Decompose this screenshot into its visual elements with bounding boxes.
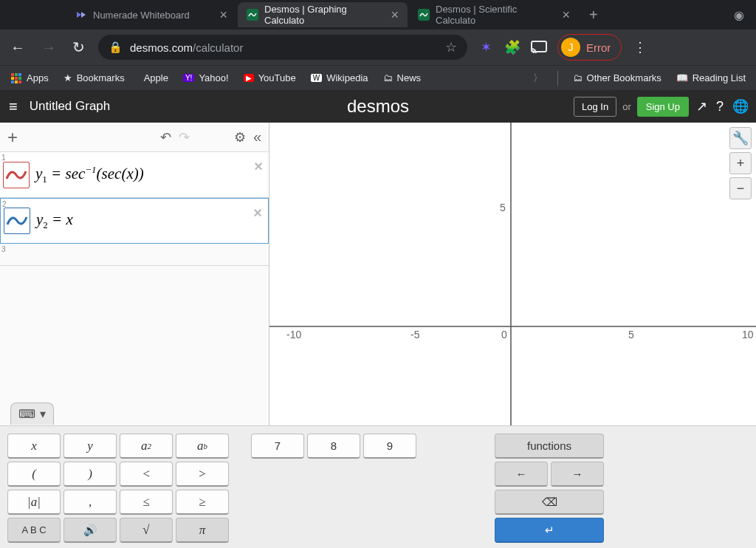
key-≥[interactable]: ≥ bbox=[176, 490, 229, 515]
key-8[interactable]: 8 bbox=[307, 434, 360, 459]
zoom-in-button[interactable]: + bbox=[729, 152, 752, 174]
close-icon[interactable]: × bbox=[219, 7, 227, 23]
keyboard-section-vars: xya2ab()<>|a|,≤≥A B C🔊√π bbox=[7, 434, 229, 541]
share-icon[interactable]: ↗ bbox=[695, 97, 709, 116]
app-main: + ↶ ↷ ⚙ « 1 y1 = sec−1(sec(x)) × 2 y2 = … bbox=[0, 123, 756, 425]
signup-button[interactable]: Sign Up bbox=[637, 97, 689, 117]
desmos-favicon bbox=[418, 9, 430, 21]
svg-rect-7 bbox=[18, 73, 21, 76]
bookmark-bookmarks[interactable]: ★ Bookmarks bbox=[63, 72, 125, 83]
new-tab-button[interactable]: + bbox=[580, 7, 607, 24]
tab-numerade[interactable]: Numerade Whiteboard × bbox=[66, 2, 236, 27]
bookmark-yahoo[interactable]: Y! Yahoo! bbox=[183, 72, 229, 83]
bookmarks-bar: Apps ★ Bookmarks Apple Y! Yahoo! ▶ YouTu… bbox=[0, 65, 756, 90]
tab-title: Desmos | Graphing Calculato bbox=[264, 4, 385, 26]
key-7[interactable]: 7 bbox=[251, 434, 304, 459]
wikipedia-icon: W bbox=[311, 74, 322, 82]
apps-button[interactable]: Apps bbox=[10, 72, 49, 84]
expr-color-icon[interactable] bbox=[3, 162, 30, 188]
bookmark-apple[interactable]: Apple bbox=[140, 72, 168, 83]
delete-expression-icon[interactable]: × bbox=[254, 158, 263, 175]
key-√[interactable]: √ bbox=[120, 518, 173, 543]
key-≤[interactable]: ≤ bbox=[120, 490, 173, 515]
bookmarks-overflow-icon[interactable]: 〉 bbox=[533, 72, 543, 85]
bookmark-wikipedia[interactable]: W Wikipedia bbox=[311, 72, 368, 83]
tab-desmos-scientific[interactable]: Desmos | Scientific Calculato × bbox=[409, 2, 579, 27]
reload-button[interactable]: ↻ bbox=[69, 35, 88, 59]
key-🔊[interactable]: 🔊 bbox=[63, 518, 117, 543]
expr-index: 1 bbox=[1, 154, 6, 162]
close-icon[interactable]: × bbox=[391, 7, 399, 23]
add-expression-button[interactable]: + bbox=[7, 127, 18, 148]
svg-rect-5 bbox=[11, 73, 14, 76]
cast-icon[interactable] bbox=[531, 39, 547, 55]
wrench-icon[interactable]: 🔧 bbox=[729, 127, 752, 149]
key-a²[interactable]: a2 bbox=[120, 434, 173, 459]
key-|a|[interactable]: |a| bbox=[7, 490, 61, 515]
collapse-panel-icon[interactable]: « bbox=[253, 129, 261, 145]
key-9[interactable]: 9 bbox=[363, 434, 416, 459]
extensions-icon[interactable]: 🧩 bbox=[504, 39, 520, 55]
close-icon[interactable]: × bbox=[562, 7, 570, 23]
tab-desmos-graphing[interactable]: Desmos | Graphing Calculato × bbox=[238, 2, 408, 27]
key-<[interactable]: < bbox=[120, 462, 173, 487]
backspace-key[interactable]: ⌫ bbox=[495, 490, 604, 515]
key->[interactable]: > bbox=[176, 462, 229, 487]
language-icon[interactable]: 🌐 bbox=[731, 97, 750, 116]
other-bookmarks[interactable]: 🗂 Other Bookmarks bbox=[573, 72, 662, 83]
key-y[interactable]: y bbox=[63, 434, 117, 459]
account-icon[interactable]: ◉ bbox=[734, 8, 744, 22]
key-x[interactable]: x bbox=[7, 434, 61, 459]
browser-toolbar: ← → ↻ 🔒 desmos.com/calculator ☆ ✶ 🧩 J Er… bbox=[0, 30, 756, 65]
expression-row[interactable]: 1 y1 = sec−1(sec(x)) × bbox=[0, 152, 269, 198]
yahoo-icon: Y! bbox=[183, 74, 194, 82]
keyboard-icon: ⌨ bbox=[18, 407, 35, 421]
functions-button[interactable]: functions bbox=[495, 434, 604, 459]
forward-button[interactable]: → bbox=[38, 36, 59, 59]
bookmark-youtube[interactable]: ▶ YouTube bbox=[244, 72, 296, 83]
key-π[interactable]: π bbox=[176, 518, 229, 543]
key-aᵇ[interactable]: ab bbox=[176, 434, 229, 459]
expr-color-icon[interactable] bbox=[4, 208, 30, 234]
origin-label: 0 bbox=[501, 329, 507, 340]
key-)[interactable]: ) bbox=[63, 462, 117, 487]
tick-label: 5 bbox=[628, 329, 634, 340]
key-A B C[interactable]: A B C bbox=[7, 518, 61, 543]
key-,[interactable]: , bbox=[63, 490, 117, 515]
error-label: Error bbox=[586, 41, 611, 54]
keyboard-toggle[interactable]: ⌨ ▾ bbox=[10, 403, 54, 425]
undo-button[interactable]: ↶ bbox=[160, 129, 171, 145]
lock-icon: 🔒 bbox=[109, 41, 123, 54]
enter-key[interactable]: ↵ bbox=[495, 518, 604, 543]
help-icon[interactable]: ? bbox=[715, 97, 725, 116]
key-([interactable]: ( bbox=[7, 462, 61, 487]
desmos-favicon bbox=[247, 9, 258, 21]
expression-text[interactable]: y2 = x bbox=[30, 210, 79, 231]
arrow-left-key[interactable]: ← bbox=[495, 462, 548, 487]
extension-icon[interactable]: ✶ bbox=[478, 39, 494, 55]
bookmark-star-icon[interactable]: ☆ bbox=[445, 39, 457, 55]
menu-icon[interactable]: ≡ bbox=[6, 95, 21, 118]
back-button[interactable]: ← bbox=[7, 36, 28, 59]
menu-icon[interactable]: ⋮ bbox=[632, 39, 648, 55]
reading-list[interactable]: 📖 Reading List bbox=[676, 72, 746, 83]
graph-area[interactable]: -10 -5 0 5 10 5 🔧 + − bbox=[269, 123, 756, 425]
svg-rect-10 bbox=[18, 77, 21, 80]
arrow-right-key[interactable]: → bbox=[551, 462, 604, 487]
settings-icon[interactable]: ⚙ bbox=[234, 129, 246, 145]
tab-title: Desmos | Scientific Calculato bbox=[436, 4, 556, 26]
tick-label: 5 bbox=[500, 202, 506, 213]
delete-expression-icon[interactable]: × bbox=[253, 205, 262, 222]
expression-row[interactable]: 2 y2 = x × bbox=[0, 198, 269, 244]
graph-title[interactable]: Untitled Graph bbox=[30, 99, 111, 114]
tick-label: -10 bbox=[286, 329, 301, 340]
profile-error-badge[interactable]: J Error bbox=[557, 34, 622, 61]
address-bar[interactable]: 🔒 desmos.com/calculator ☆ bbox=[98, 35, 467, 60]
expression-row-empty[interactable]: 3 bbox=[0, 244, 269, 266]
graph-tools: 🔧 + − bbox=[729, 127, 752, 199]
bookmark-news[interactable]: 🗂 News bbox=[383, 72, 422, 83]
redo-button[interactable]: ↷ bbox=[179, 129, 190, 145]
expression-text[interactable]: y1 = sec−1(sec(x)) bbox=[30, 164, 150, 185]
zoom-out-button[interactable]: − bbox=[729, 177, 752, 199]
login-button[interactable]: Log In bbox=[574, 97, 616, 117]
